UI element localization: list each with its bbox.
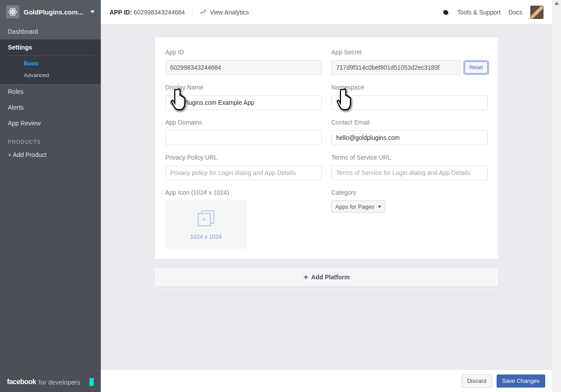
add-platform-label: Add Platform	[311, 274, 350, 281]
app-logo-icon	[6, 5, 19, 18]
namespace-label: Namespace	[331, 84, 488, 91]
privacy-url-input[interactable]	[165, 165, 322, 180]
analytics-icon	[199, 9, 206, 16]
view-analytics-label: View Analytics	[210, 9, 249, 16]
sidebar-item-settings[interactable]: Settings	[0, 39, 101, 55]
contact-email-label: Contact Email	[331, 119, 488, 126]
app-secret-field[interactable]: 717d9f314c0bef801d51053d2ec3189f	[331, 60, 460, 75]
svg-point-3	[12, 11, 14, 13]
app-icon-upload[interactable]: + 1024 x 1024	[165, 200, 247, 249]
app-id-value: 602998343244684	[134, 9, 185, 16]
svg-text:+: +	[202, 216, 206, 223]
settings-card: App ID 602998343244684 App Secret 717d9f…	[154, 37, 499, 260]
chevron-down-icon	[90, 11, 95, 13]
add-product-button[interactable]: + Add Product	[0, 148, 101, 162]
app-secret-field-label: App Secret	[331, 49, 488, 56]
category-label: Category	[331, 189, 488, 196]
image-placeholder-icon: +	[195, 209, 217, 228]
app-name: GoldPlugins.com...	[24, 8, 88, 16]
sidebar-subitem-advanced[interactable]: Advanced	[6, 69, 95, 81]
for-developers-text: for developers	[39, 378, 80, 386]
app-id-field-label: App ID	[165, 49, 322, 56]
status-chip-icon	[89, 378, 94, 386]
topbar: APP ID: 602998343244684 View Analytics T…	[101, 0, 552, 25]
sidebar-item-app-review[interactable]: App Review	[0, 115, 101, 131]
main: APP ID: 602998343244684 View Analytics T…	[101, 0, 552, 392]
discard-button[interactable]: Discard	[462, 374, 492, 388]
contact-email-input[interactable]	[331, 130, 488, 145]
reset-secret-button[interactable]: Reset	[465, 61, 488, 74]
app-switcher[interactable]: GoldPlugins.com...	[0, 0, 101, 24]
sidebar-item-alerts[interactable]: Alerts	[0, 100, 101, 115]
app-id-field[interactable]: 602998343244684	[165, 60, 322, 75]
divider	[154, 295, 499, 295]
sidebar-subitem-basic[interactable]: Basic	[6, 57, 95, 69]
tos-url-label: Terms of Service URL	[331, 154, 488, 161]
category-select[interactable]: Apps for Pages	[331, 200, 385, 213]
privacy-url-label: Privacy Policy URL	[165, 154, 322, 161]
chevron-down-icon	[378, 206, 381, 208]
display-name-label: Display Name	[165, 84, 322, 91]
sidebar: GoldPlugins.com... Dashboard Settings Ba…	[0, 0, 101, 392]
sidebar-footer[interactable]: facebook for developers	[0, 372, 101, 392]
display-name-input[interactable]	[165, 95, 322, 110]
sidebar-item-roles[interactable]: Roles	[0, 84, 101, 100]
add-platform-button[interactable]: Add Platform	[154, 267, 499, 287]
app-id-label: APP ID:	[110, 9, 132, 16]
category-value: Apps for Pages	[335, 203, 374, 210]
divider	[192, 7, 192, 18]
app-icon-label: App Icon (1024 x 1024)	[165, 189, 322, 196]
products-heading: PRODUCTS	[0, 131, 101, 148]
docs-link[interactable]: Docs	[508, 9, 522, 16]
plus-icon	[303, 274, 309, 280]
content: App ID 602998343244684 App Secret 717d9f…	[101, 25, 552, 369]
app-icon-hint: 1024 x 1024	[190, 233, 222, 240]
bug-report-icon[interactable]	[442, 9, 449, 16]
bottom-bar: Discard Save Changes	[101, 369, 552, 392]
app-domains-input[interactable]	[165, 130, 322, 145]
namespace-input[interactable]	[331, 95, 488, 110]
scrollbar[interactable]	[552, 0, 561, 392]
save-changes-button[interactable]: Save Changes	[497, 374, 545, 388]
tos-url-input[interactable]	[331, 165, 488, 180]
sidebar-item-dashboard[interactable]: Dashboard	[0, 24, 101, 39]
settings-submenu: Basic Advanced	[6, 55, 95, 84]
tools-support-link[interactable]: Tools & Support	[457, 9, 501, 16]
app-domains-label: App Domains	[165, 119, 322, 126]
avatar[interactable]	[530, 6, 543, 19]
view-analytics-link[interactable]: View Analytics	[199, 9, 249, 16]
facebook-logo-text: facebook	[7, 378, 36, 386]
